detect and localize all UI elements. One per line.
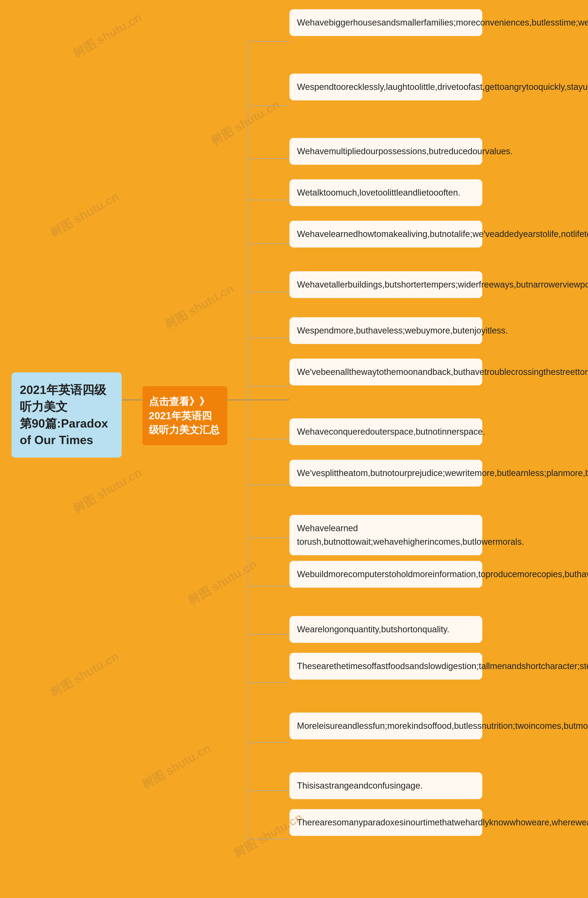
- main-title-card: 2021年英语四级听力美文第90篇:Paradox of Our Times: [11, 372, 122, 458]
- branch-card-6: Wehavetallerbuildings,butshortertempers;…: [289, 271, 482, 298]
- branch-text-15: Moreleisureandlessfun;morekindsoffood,bu…: [297, 721, 588, 731]
- watermark-4: 树图 shutu.cn: [162, 281, 236, 333]
- branch-text-16: Thisisastrangeandconfusingage.: [297, 781, 423, 790]
- branch-card-5: Wehavelearnedhowtomakealiving,butnotalif…: [289, 221, 482, 248]
- watermark-1: 树图 shutu.cn: [70, 9, 145, 62]
- watermark-3: 树图 shutu.cn: [47, 189, 122, 241]
- link-card[interactable]: 点击查看》》2021年英语四级听力美文汇总: [143, 386, 227, 445]
- branch-text-6: Wehavetallerbuildings,butshortertempers;…: [297, 280, 588, 289]
- watermark-5: 树图 shutu.cn: [70, 464, 145, 517]
- branch-card-9: Wehaveconqueredouterspace,butnotinnerspa…: [289, 418, 482, 445]
- branch-card-2: Wespendtoorecklessly,laughtoolittle,driv…: [289, 74, 482, 100]
- branch-text-12: Webuildmorecomputerstoholdmoreinformatio…: [297, 569, 588, 579]
- branch-card-4: Wetalktoomuch,lovetoolittleandlietooofte…: [289, 179, 482, 206]
- branch-card-12: Webuildmorecomputerstoholdmoreinformatio…: [289, 561, 482, 588]
- branch-text-14: Thesearethetimesoffastfoodsandslowdigest…: [297, 661, 588, 671]
- branch-text-2: Wespendtoorecklessly,laughtoolittle,driv…: [297, 82, 588, 92]
- branch-text-4: Wetalktoomuch,lovetoolittleandlietooofte…: [297, 188, 460, 197]
- branch-card-3: Wehavemultipliedourpossessions,butreduce…: [289, 138, 482, 165]
- branch-text-9: Wehaveconqueredouterspace,butnotinnerspa…: [297, 427, 485, 437]
- main-title-text: 2021年英语四级听力美文第90篇:Paradox of Our Times: [20, 383, 108, 447]
- branch-text-13: Wearelongonquantity,butshortonquality.: [297, 624, 449, 634]
- branch-text-8: We'vebeenallthewaytothemoonandback,butha…: [297, 367, 588, 377]
- branch-card-11: Wehavelearned torush,butnottowait;wehave…: [289, 515, 482, 555]
- watermark-7: 树图 shutu.cn: [47, 648, 122, 701]
- watermark-6: 树图 shutu.cn: [185, 557, 259, 609]
- branch-card-1: Wehavebiggerhousesandsmallerfamilies;mor…: [289, 9, 482, 36]
- branch-text-1: Wehavebiggerhousesandsmallerfamilies;mor…: [297, 18, 588, 27]
- watermark-2: 树图 shutu.cn: [208, 97, 282, 149]
- branch-card-17: Therearesomanyparadoxesinourtimethatweha…: [289, 809, 482, 836]
- link-card-text: 点击查看》》2021年英语四级听力美文汇总: [149, 396, 220, 435]
- branch-text-17: Therearesomanyparadoxesinourtimethatweha…: [297, 818, 588, 827]
- branch-card-13: Wearelongonquantity,butshortonquality.: [289, 616, 482, 643]
- mind-map: 树图 shutu.cn 树图 shutu.cn 树图 shutu.cn 树图 s…: [0, 0, 588, 898]
- branch-text-7: Wespendmore,buthaveless;webuymore,butenj…: [297, 326, 508, 335]
- branch-card-14: Thesearethetimesoffastfoodsandslowdigest…: [289, 653, 482, 680]
- branch-card-7: Wespendmore,buthaveless;webuymore,butenj…: [289, 317, 482, 344]
- branch-text-3: Wehavemultipliedourpossessions,butreduce…: [297, 146, 513, 156]
- branch-text-10: We'vesplittheatom,butnotourprejudice;wew…: [297, 468, 588, 478]
- branch-card-16: Thisisastrangeandconfusingage.: [289, 772, 482, 799]
- watermark-8: 树图 shutu.cn: [139, 740, 213, 793]
- branch-text-5: Wehavelearnedhowtomakealiving,butnotalif…: [297, 229, 588, 239]
- branch-card-10: We'vesplittheatom,butnotourprejudice;wew…: [289, 460, 482, 487]
- branch-text-11: Wehavelearned torush,butnottowait;wehave…: [297, 523, 524, 547]
- branch-card-15: Moreleisureandlessfun;morekindsoffood,bu…: [289, 712, 482, 740]
- branch-card-8: We'vebeenallthewaytothemoonandback,butha…: [289, 358, 482, 386]
